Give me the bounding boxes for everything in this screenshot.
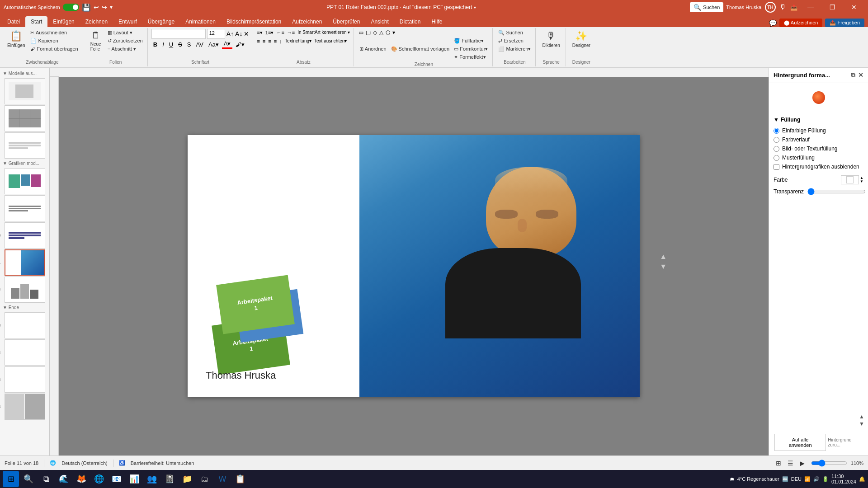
- panel-scroll-down[interactable]: ▼: [859, 421, 864, 427]
- panel-scroll-up[interactable]: ▲: [859, 413, 864, 420]
- taskbar-outlook[interactable]: 📧: [108, 471, 125, 487]
- tab-ueberpruefen[interactable]: Überprüfen: [327, 16, 365, 27]
- bild-textur-option[interactable]: Bild- oder Texturfüllung: [774, 145, 863, 152]
- hintergrundgrafiken-checkbox[interactable]: [774, 164, 779, 170]
- fill-color-icon[interactable]: [812, 91, 825, 104]
- slide-thumb-15[interactable]: [5, 366, 45, 393]
- slide-show-btn[interactable]: ▶: [797, 459, 807, 468]
- wifi-icon[interactable]: 📶: [804, 476, 811, 482]
- taskbar-chrome[interactable]: 🌐: [91, 471, 107, 487]
- einfuegen-button[interactable]: 📋 Einfügen: [5, 29, 28, 49]
- normal-view-btn[interactable]: ⊞: [773, 459, 784, 468]
- clear-format-button[interactable]: ✕: [244, 30, 249, 38]
- scroll-up-canvas[interactable]: ▲: [660, 253, 667, 261]
- farbverlauf-radio[interactable]: [774, 137, 779, 143]
- taskbar-powerpoint[interactable]: 📊: [126, 471, 142, 487]
- diktieren-button[interactable]: 🎙 Diktieren: [539, 29, 562, 49]
- muster-option[interactable]: Musterfüllung: [774, 155, 863, 161]
- shape-diamond[interactable]: ◇: [372, 29, 378, 36]
- minimize-button[interactable]: —: [800, 0, 821, 14]
- anordnen-button[interactable]: ⊞ Anordnen: [358, 45, 388, 53]
- transparency-slider[interactable]: [807, 188, 866, 195]
- language-text[interactable]: Deutsch (Österreich): [61, 460, 107, 466]
- close-button[interactable]: ✕: [844, 0, 864, 14]
- einfarbige-radio[interactable]: [774, 128, 779, 134]
- einfarbige-fuellung-option[interactable]: Einfarbige Füllung: [774, 127, 863, 134]
- textrichtung-button[interactable]: Textrichtung▾: [284, 38, 312, 45]
- tab-hilfe[interactable]: Hilfe: [426, 16, 448, 27]
- shape-rect[interactable]: ▭: [358, 29, 364, 36]
- slide-thumb-13[interactable]: [5, 312, 45, 338]
- tab-ansicht[interactable]: Ansicht: [365, 16, 394, 27]
- taskbar-firefox[interactable]: 🦊: [73, 471, 90, 487]
- section-label-8[interactable]: ▼ Grafiken mod...: [2, 160, 47, 167]
- apply-all-button[interactable]: Auf alle anwenden: [774, 434, 826, 451]
- bild-textur-radio[interactable]: [774, 146, 779, 152]
- fuellfarbe-button[interactable]: 🪣 Füllfarbe▾: [452, 37, 490, 45]
- color-down-btn[interactable]: ▼: [860, 180, 863, 183]
- columns-button[interactable]: ⫿: [278, 38, 283, 45]
- volume-icon[interactable]: 🔊: [813, 476, 820, 482]
- tab-animationen[interactable]: Animationen: [180, 16, 221, 27]
- numbering-button[interactable]: 1≡▾: [264, 29, 275, 37]
- designer-button[interactable]: ✨ Designer: [570, 29, 593, 49]
- ausschneiden-button[interactable]: ✂ Ausschneiden: [28, 29, 80, 37]
- section-label-ende[interactable]: ▼ Ende: [2, 304, 47, 311]
- taskbar-misc3[interactable]: 📋: [232, 471, 248, 487]
- formkontur-button[interactable]: ▭ Formkontur▾: [452, 45, 490, 53]
- section-label-5[interactable]: ▼ Modelle aus...: [2, 70, 47, 77]
- shape-round-rect[interactable]: ▢: [365, 29, 372, 36]
- tab-datei[interactable]: Datei: [2, 16, 25, 27]
- align-right-button[interactable]: ≡: [267, 38, 272, 45]
- taskbar-onenote[interactable]: 📓: [161, 471, 178, 487]
- font-family-select[interactable]: [151, 29, 206, 39]
- tab-bildschirm[interactable]: Bildschirmpräsentation: [221, 16, 287, 27]
- tab-zeichnen[interactable]: Zeichnen: [80, 16, 113, 27]
- taskbar-misc1[interactable]: 📁: [179, 471, 195, 487]
- tab-dictation[interactable]: Dictation: [394, 16, 426, 27]
- decrease-font-button[interactable]: A↓: [235, 30, 242, 38]
- smartart-button[interactable]: In SmartArt konvertieren ▾: [297, 29, 351, 37]
- notification-icon[interactable]: 🔔: [859, 476, 865, 482]
- font-size-select[interactable]: 12: [207, 29, 225, 39]
- char-spacing-button[interactable]: AV: [194, 41, 205, 48]
- strikethrough-button[interactable]: S: [176, 41, 184, 48]
- scroll-down-canvas[interactable]: ▼: [660, 263, 667, 271]
- zoom-slider[interactable]: [811, 460, 847, 467]
- panel-close-icon[interactable]: ✕: [858, 71, 863, 79]
- tab-uebergaenge[interactable]: Übergänge: [142, 16, 180, 27]
- start-button[interactable]: ⊞: [3, 471, 19, 487]
- canvas-area[interactable]: Arbeitspaket 1 Arbeitspaket 1 Arbeitspak…: [50, 68, 769, 455]
- aufzeichnen-button[interactable]: ⬤ Aufzeichnen: [779, 19, 822, 27]
- slide-thumb-9[interactable]: [5, 195, 45, 221]
- search-icon[interactable]: 🔍 Suchen: [690, 2, 723, 12]
- slide-thumb-11[interactable]: [5, 249, 45, 276]
- highlight-button[interactable]: 🖌▾: [234, 41, 246, 48]
- suchen-button[interactable]: 🔍 Suchen: [496, 29, 533, 37]
- shape-more[interactable]: ▾: [392, 29, 396, 36]
- slide-thumb-8[interactable]: [5, 168, 45, 194]
- kopieren-button[interactable]: 📄 Kopieren: [28, 37, 80, 45]
- restore-button[interactable]: ❐: [822, 0, 843, 14]
- shape-triangle[interactable]: △: [378, 29, 384, 36]
- taskbar-misc2[interactable]: 🗂: [197, 471, 213, 487]
- taskbar-edge[interactable]: 🌊: [56, 471, 72, 487]
- fill-section-header[interactable]: ▼ Füllung: [774, 117, 863, 123]
- increase-indent-button[interactable]: →≡: [286, 29, 296, 37]
- slide-thumb-7[interactable]: [5, 132, 45, 159]
- bullets-button[interactable]: ≡▾: [256, 29, 263, 37]
- schnellformatvorlagen-button[interactable]: 🎨 Schnellformat vorlagen: [389, 45, 452, 53]
- tab-aufzeichnen[interactable]: Aufzeichnen: [287, 16, 327, 27]
- slide-thumb-14[interactable]: [5, 339, 45, 366]
- tab-einfuegen[interactable]: Einfügen: [47, 16, 80, 27]
- shadow-button[interactable]: S: [185, 41, 193, 48]
- accessibility-text[interactable]: Barrierefreiheit: Untersuchen: [131, 460, 194, 466]
- bold-button[interactable]: B: [151, 41, 159, 48]
- ersetzen-button[interactable]: ⇄ Ersetzen: [496, 37, 533, 45]
- muster-radio[interactable]: [774, 155, 779, 161]
- user-avatar[interactable]: TH: [765, 2, 776, 13]
- slide-thumb-16[interactable]: [5, 394, 45, 420]
- farbverlauf-option[interactable]: Farbverlauf: [774, 136, 863, 143]
- taskbar-teams[interactable]: 👥: [144, 471, 160, 487]
- taskbar-search[interactable]: 🔍: [20, 471, 37, 487]
